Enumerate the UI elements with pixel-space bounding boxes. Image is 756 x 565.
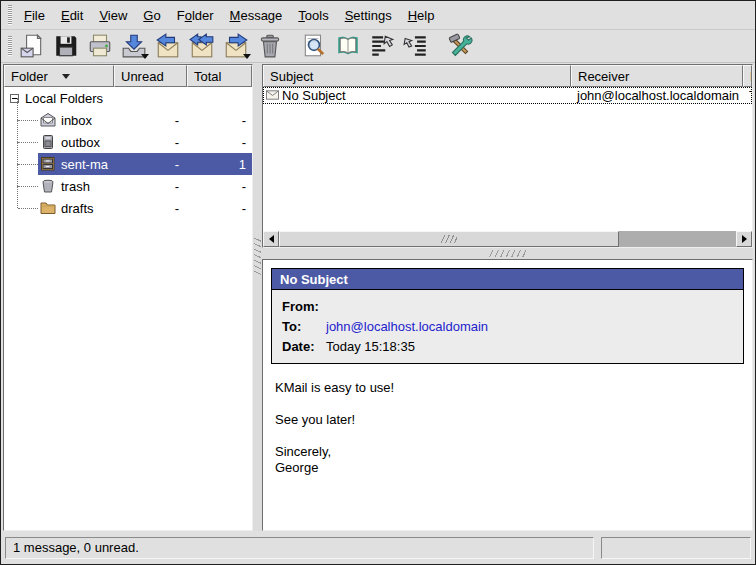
prev-unread-button[interactable] [366, 31, 398, 61]
hscrollbar-track[interactable] [619, 231, 736, 247]
splitter-grip-icon [254, 238, 261, 276]
folder-row-sent-ma[interactable]: sent-ma-1 [4, 153, 252, 175]
save-button[interactable] [50, 31, 82, 61]
unread-column-header[interactable]: Unread [114, 65, 187, 87]
message-row[interactable]: No Subjectjohn@localhost.localdomainToda… [263, 87, 752, 104]
vertical-splitter[interactable] [253, 64, 262, 531]
folder-total-count: - [187, 179, 246, 194]
print-icon [87, 33, 113, 59]
folder-row-local-folders[interactable]: Local Folders [4, 87, 252, 109]
body-paragraph: KMail is easy to use! [275, 380, 752, 396]
message-reader-pane: No Subject From: To: john@localhost.loca… [262, 259, 753, 531]
message-receiver-cell: john@localhost.localdomain [571, 88, 743, 103]
message-list-pane: Subject Receiver Date No Subjectjohn@loc… [262, 64, 753, 248]
reply-all-button[interactable] [186, 31, 218, 61]
body-line: George [275, 460, 752, 476]
folder-label: inbox [61, 113, 92, 128]
folder-tree: Local Foldersinbox--outbox--sent-ma-1tra… [4, 87, 252, 530]
scroll-left-button[interactable] [263, 231, 279, 247]
date-column-header[interactable]: Date [743, 65, 752, 87]
message-rows: No Subjectjohn@localhost.localdomainToda… [263, 87, 752, 231]
dropdown-arrow-icon [243, 54, 251, 59]
to-address-link[interactable]: john@localhost.localdomain [326, 319, 488, 334]
hscrollbar-thumb[interactable] [279, 231, 619, 247]
envelope-icon [266, 88, 282, 103]
status-progress-panel [601, 537, 751, 559]
menu-view[interactable]: View [91, 4, 135, 27]
date-label: Date: [282, 339, 326, 354]
body-line: KMail is easy to use! [275, 380, 752, 396]
arrow-right-icon [742, 235, 747, 243]
total-column-label: Total [194, 69, 221, 84]
address-book-button[interactable] [332, 31, 364, 61]
menu-folder[interactable]: Folder [169, 4, 222, 27]
message-list-header: Subject Receiver Date [263, 65, 752, 87]
folder-total-count: - [187, 135, 246, 150]
folder-row-inbox[interactable]: inbox-- [4, 109, 252, 131]
body-line: See you later! [275, 412, 752, 428]
toolbar-grip-handle[interactable] [8, 36, 12, 56]
folder-list-header: Folder Unread Total [4, 65, 252, 87]
save-icon [53, 33, 79, 59]
folder-column-header[interactable]: Folder [4, 65, 114, 87]
toolbar-buttons [16, 31, 476, 61]
trash-button[interactable] [254, 31, 286, 61]
menu-help[interactable]: Help [400, 4, 443, 27]
next-unread-icon [403, 33, 429, 59]
prev-unread-icon [369, 33, 395, 59]
menu-message[interactable]: Message [222, 4, 291, 27]
dropdown-arrow-icon [141, 54, 149, 59]
receiver-column-header[interactable]: Receiver [571, 65, 743, 87]
scroll-right-button[interactable] [736, 231, 752, 247]
menu-file[interactable]: File [16, 4, 53, 27]
next-unread-button[interactable] [400, 31, 432, 61]
message-header-fields: From: To: john@localhost.localdomain Dat… [272, 290, 743, 356]
folder-label: trash [61, 179, 90, 194]
find-messages-button[interactable] [298, 31, 330, 61]
status-message: 1 message, 0 unread. [13, 540, 139, 555]
forward-button[interactable] [220, 31, 252, 61]
check-mail-button[interactable] [118, 31, 150, 61]
outbox-icon [40, 134, 56, 150]
new-message-button[interactable] [16, 31, 48, 61]
folder-label: Local Folders [25, 91, 103, 106]
thumb-grip-icon [441, 235, 457, 243]
message-list-hscrollbar[interactable] [263, 231, 752, 247]
folder-total-count: - [187, 113, 246, 128]
body-paragraph: Sincerely,George [275, 444, 752, 476]
folder-row-outbox[interactable]: outbox-- [4, 131, 252, 153]
receiver-column-label: Receiver [578, 69, 629, 84]
folder-unread-count: - [114, 135, 179, 150]
subject-column-header[interactable]: Subject [263, 65, 571, 87]
folder-total-count: - [187, 201, 246, 216]
message-subject-title: No Subject [272, 269, 743, 290]
folder-row-drafts[interactable]: drafts-- [4, 197, 252, 219]
print-button[interactable] [84, 31, 116, 61]
menu-go[interactable]: Go [135, 4, 168, 27]
reply-button[interactable] [152, 31, 184, 61]
menubar-items: FileEditViewGoFolderMessageToolsSettings… [16, 4, 442, 27]
inbox-icon [40, 112, 56, 128]
menu-settings[interactable]: Settings [337, 4, 400, 27]
date-value: Today 15:18:35 [326, 339, 415, 354]
unread-column-label: Unread [121, 69, 164, 84]
folder-unread-count: - [114, 157, 179, 172]
message-body: KMail is easy to use!See you later!Since… [263, 364, 752, 476]
menu-tools[interactable]: Tools [290, 4, 336, 27]
menubar-grip-handle[interactable] [8, 5, 12, 25]
reply-icon [155, 33, 181, 59]
menu-edit[interactable]: Edit [53, 4, 91, 27]
folder-row-trash[interactable]: trash-- [4, 175, 252, 197]
trash-icon [257, 33, 283, 59]
from-label: From: [282, 299, 326, 314]
tools-button[interactable] [444, 31, 476, 61]
from-row: From: [272, 296, 743, 316]
folder-label: drafts [61, 201, 94, 216]
menubar: FileEditViewGoFolderMessageToolsSettings… [1, 1, 755, 29]
date-column-label: Date [750, 69, 752, 84]
total-column-header[interactable]: Total [187, 65, 252, 87]
folder-label: outbox [61, 135, 100, 150]
toolbar [1, 29, 755, 63]
drafts-icon [40, 200, 56, 216]
horizontal-splitter[interactable] [262, 248, 753, 259]
